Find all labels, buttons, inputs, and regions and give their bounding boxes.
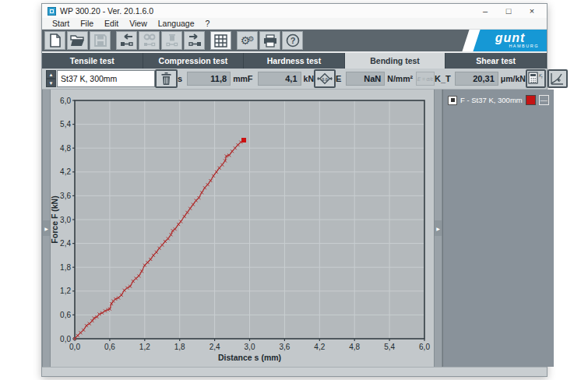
svg-text:0.0: 0.0 xyxy=(322,77,328,82)
kt-calculate-button[interactable]: KT xyxy=(526,69,546,88)
open-file-button[interactable] xyxy=(67,31,88,50)
legend-series-label: F - St37 K, 300mm xyxy=(460,96,523,104)
tab-hardness-test[interactable]: Hardness test xyxy=(244,53,345,69)
help-icon: ? xyxy=(286,33,300,48)
title-bar: WP 300.20 - Ver. 20.1.6.0 – □ × xyxy=(42,4,547,18)
spinner-up-button[interactable]: ▲ xyxy=(46,70,56,79)
kt-unit: μm/kN xyxy=(501,74,526,83)
svg-text:5,4: 5,4 xyxy=(384,343,395,351)
tab-bending-test[interactable]: Bending test xyxy=(345,53,446,69)
s-value: 11,8 xyxy=(187,72,231,86)
left-expand-arrow-icon[interactable]: ▶ xyxy=(43,220,50,236)
menu-language[interactable]: Language xyxy=(153,19,200,28)
gunt-logo: gunt HAMBURG xyxy=(474,30,547,51)
menu-help[interactable]: ? xyxy=(200,19,216,28)
left-panel-splitter[interactable]: ▶ xyxy=(42,90,51,367)
settings-button[interactable]: ⚙⚙ xyxy=(237,31,258,50)
legend-color-swatch[interactable] xyxy=(526,95,536,105)
infinity-nodes-icon xyxy=(143,33,157,48)
gunt-logo-subtext: HAMBURG xyxy=(509,44,539,49)
f-unit: kN xyxy=(304,74,314,83)
menu-view[interactable]: View xyxy=(124,19,153,28)
svg-text:4,2: 4,2 xyxy=(314,343,325,351)
tare-button[interactable]: 0.0 xyxy=(314,69,336,88)
svg-text:0,6: 0,6 xyxy=(104,343,115,351)
delete-specimen-button[interactable] xyxy=(155,69,178,88)
maximize-button[interactable]: □ xyxy=(497,5,520,17)
tare-zero-icon: 0.0 xyxy=(317,72,333,86)
e-formula-button[interactable]: E = σ/ε xyxy=(416,72,435,86)
kt-label: K_T xyxy=(435,74,451,83)
trash-icon xyxy=(161,72,171,86)
step-forward-button[interactable] xyxy=(184,31,205,50)
chart-area: ▶ 0,00,00,60,61,21,21,81,82,42,43,03,03,… xyxy=(42,90,547,367)
f-value: 4,1 xyxy=(258,72,301,86)
legend-panel: F - St37 K, 300mm — xyxy=(442,90,554,367)
svg-text:3,0: 3,0 xyxy=(245,343,255,351)
status-bar xyxy=(42,367,547,376)
loop-button[interactable] xyxy=(139,31,160,50)
gunt-logo-text: gunt xyxy=(495,32,526,44)
menu-bar: Start File Edit View Language ? xyxy=(42,18,547,30)
menu-file[interactable]: File xyxy=(75,19,99,28)
svg-text:0,0: 0,0 xyxy=(69,343,80,351)
legend-line-style-button[interactable]: — xyxy=(539,95,549,105)
right-panel-splitter[interactable]: ▶ xyxy=(434,90,442,367)
e-value: NaN xyxy=(346,72,385,86)
legend-item: F - St37 K, 300mm — xyxy=(448,95,549,105)
menu-edit[interactable]: Edit xyxy=(99,19,124,28)
svg-text:T: T xyxy=(541,76,544,79)
svg-text:4,8: 4,8 xyxy=(349,343,360,351)
arrow-left-nodes-icon xyxy=(120,33,134,48)
tab-compression-test[interactable]: Compression test xyxy=(143,53,245,69)
svg-text:0,6: 0,6 xyxy=(60,311,71,319)
arrow-right-nodes-icon xyxy=(188,33,202,48)
svg-text:4,2: 4,2 xyxy=(60,167,71,176)
app-window: WP 300.20 - Ver. 20.1.6.0 – □ × Start Fi… xyxy=(41,3,548,377)
grid-toggle-button[interactable] xyxy=(210,31,231,50)
window-title: WP 300.20 - Ver. 20.1.6.0 xyxy=(60,6,474,16)
desktop: WP 300.20 - Ver. 20.1.6.0 – □ × Start Fi… xyxy=(0,0,588,380)
delete-record-button[interactable] xyxy=(161,31,182,50)
trash-nodes-icon xyxy=(165,33,179,48)
svg-text:2,4: 2,4 xyxy=(60,239,71,248)
step-back-button[interactable] xyxy=(116,31,137,50)
s-unit: mm xyxy=(233,74,248,83)
new-file-icon xyxy=(49,33,62,48)
svg-text:1,8: 1,8 xyxy=(60,263,71,272)
legend-checkbox[interactable] xyxy=(448,96,457,105)
menu-start[interactable]: Start xyxy=(47,19,75,28)
svg-text:6,0: 6,0 xyxy=(60,97,71,105)
force-distance-chart: 0,00,00,60,61,21,21,81,82,42,43,03,03,63… xyxy=(51,90,434,367)
right-expand-arrow-icon[interactable]: ▶ xyxy=(435,220,442,236)
svg-text:3,6: 3,6 xyxy=(279,343,290,351)
kt-value: 20,31 xyxy=(455,72,498,86)
chart-container: 0,00,00,60,61,21,21,81,82,42,43,03,03,63… xyxy=(51,90,434,367)
save-file-button[interactable] xyxy=(90,31,111,50)
print-button[interactable] xyxy=(259,31,280,50)
svg-text:1,2: 1,2 xyxy=(139,343,150,351)
e-label: E xyxy=(336,74,341,83)
app-icon xyxy=(48,7,56,16)
minimize-button[interactable]: – xyxy=(474,5,497,17)
new-file-button[interactable] xyxy=(44,31,65,50)
svg-text:2,4: 2,4 xyxy=(209,343,220,351)
specimen-input[interactable] xyxy=(57,70,155,87)
svg-text:5,4: 5,4 xyxy=(60,120,71,128)
curve-icon xyxy=(550,72,565,86)
svg-text:6,0: 6,0 xyxy=(419,343,430,351)
record-spinner: ▲ ▼ xyxy=(46,70,56,87)
tab-shear-test[interactable]: Shear test xyxy=(445,53,547,69)
grid-icon xyxy=(214,34,227,48)
toolbar: ⚙⚙ ? gunt HAMBURG xyxy=(42,30,547,51)
svg-text:?: ? xyxy=(290,36,295,45)
f-label: F xyxy=(248,74,253,83)
printer-icon xyxy=(263,34,277,48)
close-button[interactable]: × xyxy=(520,5,544,17)
spinner-down-button[interactable]: ▼ xyxy=(46,79,56,87)
svg-text:Distance s (mm): Distance s (mm) xyxy=(218,353,281,362)
svg-text:Force F (kN): Force F (kN) xyxy=(51,195,59,243)
curve-view-button[interactable] xyxy=(548,69,568,88)
help-button[interactable]: ? xyxy=(282,31,303,50)
tab-tensile-test[interactable]: Tensile test xyxy=(42,53,143,69)
